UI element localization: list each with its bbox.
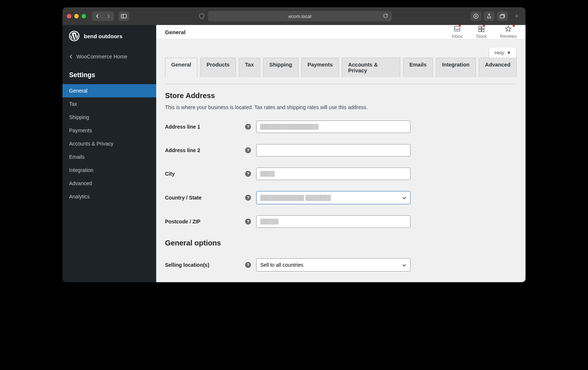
forward-button[interactable]	[103, 11, 114, 21]
sidebar-menu: GeneralTaxShippingPaymentsAccounts & Pri…	[62, 84, 156, 203]
store-address-description: This is where your business is located. …	[165, 104, 517, 110]
svg-rect-0	[121, 14, 126, 18]
wordpress-logo-icon	[69, 31, 79, 41]
browser-toolbar: ecom.local +	[62, 7, 526, 25]
new-tab-button[interactable]: +	[512, 11, 521, 21]
reload-icon[interactable]	[383, 13, 388, 19]
tab-payments[interactable]: Payments	[301, 58, 339, 77]
svg-rect-5	[478, 26, 481, 29]
help-tooltip-icon[interactable]: ?	[245, 195, 251, 201]
browser-window: ecom.local +	[62, 7, 526, 282]
chevron-down-icon	[402, 262, 406, 268]
reviews-label: Reviews	[500, 34, 517, 39]
country-value: ████████████ ███████	[260, 195, 331, 201]
help-tooltip-icon[interactable]: ?	[245, 219, 251, 224]
tab-general[interactable]: General	[165, 58, 197, 78]
help-tooltip-icon[interactable]: ?	[245, 171, 251, 177]
postcode-input[interactable]	[256, 215, 410, 228]
downloads-button[interactable]	[470, 11, 481, 21]
store-address-heading: Store Address	[165, 91, 517, 100]
general-options-heading: General options	[165, 239, 517, 247]
sidebar-item-integration[interactable]: Integration	[62, 164, 156, 177]
star-icon	[504, 25, 512, 33]
inbox-button[interactable]: Inbox	[452, 25, 462, 39]
selling-locations-label: Selling location(s)	[165, 262, 245, 268]
address1-input[interactable]	[256, 121, 410, 133]
notification-badge	[458, 25, 461, 27]
main-content: General Inbox Stock Re	[156, 25, 526, 282]
back-button[interactable]	[92, 11, 103, 21]
help-tooltip-icon[interactable]: ?	[245, 124, 251, 130]
tab-tax[interactable]: Tax	[239, 58, 260, 77]
tab-advanced[interactable]: Advanced	[479, 58, 517, 77]
selling-locations-value: Sell to all countries	[260, 262, 304, 268]
city-label: City	[165, 171, 245, 177]
url-text: ecom.local	[288, 14, 311, 19]
svg-rect-3	[500, 15, 504, 18]
svg-rect-8	[482, 29, 484, 32]
reviews-button[interactable]: Reviews	[500, 25, 517, 39]
sidebar-item-payments[interactable]: Payments	[62, 124, 156, 137]
tab-integration[interactable]: Integration	[436, 58, 476, 77]
help-button[interactable]: Help ▼	[489, 48, 517, 58]
tabs-button[interactable]	[497, 11, 508, 21]
notification-badge	[512, 25, 515, 27]
app-body: bend outdoors WooCommerce Home Settings …	[62, 25, 526, 282]
svg-rect-7	[478, 29, 481, 32]
sidebar-item-emails[interactable]: Emails	[62, 150, 156, 164]
back-to-home-link[interactable]: WooCommerce Home	[62, 47, 156, 66]
city-input[interactable]	[256, 168, 410, 180]
postcode-label: Postcode / ZIP	[165, 219, 245, 224]
stock-label: Stock	[476, 34, 487, 39]
tab-products[interactable]: Products	[200, 58, 236, 77]
inbox-label: Inbox	[452, 34, 462, 39]
sidebar-item-analytics[interactable]: Analytics	[62, 190, 156, 203]
wp-sidebar: bend outdoors WooCommerce Home Settings …	[62, 25, 156, 282]
tab-emails[interactable]: Emails	[403, 58, 433, 77]
country-label: Country / State	[165, 195, 245, 201]
help-label: Help	[494, 50, 504, 55]
maximize-window-button[interactable]	[82, 14, 86, 18]
selling-locations-select[interactable]: Sell to all countries	[256, 258, 410, 272]
settings-tabs: GeneralProductsTaxShippingPaymentsAccoun…	[165, 58, 517, 77]
tab-accounts-privacy[interactable]: Accounts & Privacy	[342, 58, 400, 77]
site-name: bend outdoors	[84, 33, 122, 39]
page-title: General	[165, 29, 186, 35]
notification-badge	[483, 25, 485, 27]
share-button[interactable]	[484, 11, 495, 21]
settings-heading: Settings	[62, 66, 156, 84]
address1-label: Address line 1	[165, 124, 245, 130]
nav-buttons	[92, 11, 114, 21]
sidebar-item-advanced[interactable]: Advanced	[62, 177, 156, 190]
sidebar-item-shipping[interactable]: Shipping	[62, 111, 156, 124]
close-window-button[interactable]	[67, 14, 71, 18]
address2-input[interactable]	[256, 144, 410, 157]
back-home-label: WooCommerce Home	[76, 54, 127, 60]
help-tooltip-icon[interactable]: ?	[245, 262, 251, 268]
sidebar-item-tax[interactable]: Tax	[62, 97, 156, 111]
minimize-window-button[interactable]	[74, 14, 79, 18]
url-bar[interactable]: ecom.local	[208, 11, 392, 21]
stock-button[interactable]: Stock	[476, 25, 487, 39]
topbar: General Inbox Stock Re	[156, 25, 526, 39]
help-tooltip-icon[interactable]: ?	[245, 147, 251, 153]
sidebar-toggle-button[interactable]	[118, 11, 129, 21]
country-select[interactable]: ████████████ ███████	[256, 191, 410, 204]
traffic-lights	[67, 14, 86, 18]
privacy-shield-icon[interactable]	[197, 11, 207, 21]
chevron-down-icon: ▼	[506, 50, 511, 55]
sidebar-item-general[interactable]: General	[62, 84, 156, 97]
site-brand[interactable]: bend outdoors	[62, 25, 156, 47]
sidebar-item-accounts-privacy[interactable]: Accounts & Privacy	[62, 137, 156, 150]
tab-shipping[interactable]: Shipping	[263, 58, 298, 77]
chevron-down-icon	[402, 195, 406, 201]
address2-label: Address line 2	[165, 147, 245, 153]
